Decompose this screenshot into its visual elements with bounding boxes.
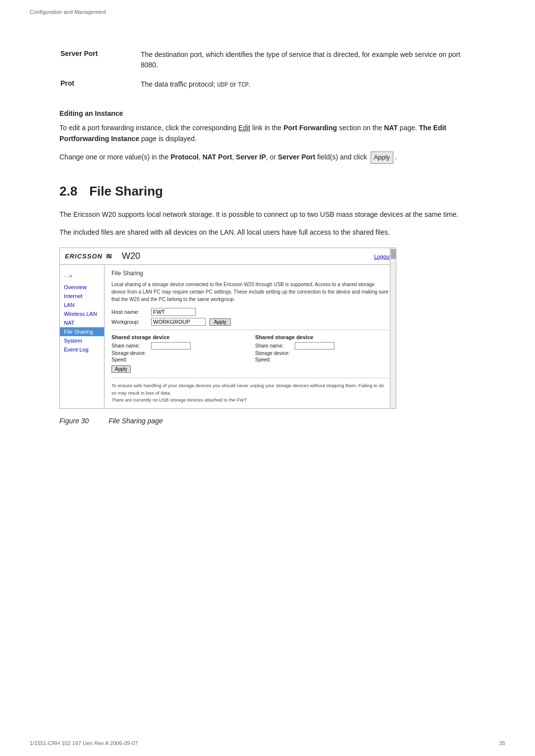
speed-label-2: Speed: xyxy=(255,357,295,362)
ui-panel-desc: Local sharing of a storage device connec… xyxy=(111,281,389,303)
sidebar-arrow: ···> xyxy=(60,270,104,283)
ui-footer-text: To ensure safe handling of your storage … xyxy=(111,378,389,403)
def-prot: The data traffic protocol; UDP or TCP. xyxy=(141,75,475,94)
breadcrumb: Configuration and Management xyxy=(0,0,535,15)
sidebar-item-event-log[interactable]: Event Log xyxy=(60,345,104,354)
editing-para1: To edit a port forwarding instance, clic… xyxy=(59,122,476,145)
ui-body: ···> Overview Internet LAN Wireless LAN … xyxy=(60,265,396,408)
speed-label-1: Speed: xyxy=(111,357,151,362)
sidebar-item-lan[interactable]: LAN xyxy=(60,301,104,309)
hostname-row: Host name: xyxy=(111,308,389,316)
share-name-label-1: Share name: xyxy=(111,343,151,349)
definition-table: Server Port The destination port, which … xyxy=(59,45,476,95)
share-name-row-1: Share name: xyxy=(111,342,245,350)
page-footer: 1/1551-CRH 102 167 Uen Rev A 2006-09-07 … xyxy=(0,740,535,746)
logout-link[interactable]: Logout xyxy=(374,253,391,259)
storage-device-row-1: Storage device: xyxy=(111,351,245,356)
workgroup-input[interactable] xyxy=(151,318,206,326)
workgroup-label: Workgroup: xyxy=(111,319,151,325)
section-number: 2.8 xyxy=(59,184,77,199)
shared-col-1: Shared storage device Share name: Storag… xyxy=(111,334,245,373)
section-para2: The included files are shared with all d… xyxy=(59,227,476,238)
definition-row-prot: Prot The data traffic protocol; UDP or T… xyxy=(60,75,475,94)
scrollbar[interactable] xyxy=(390,248,396,408)
shared-col-1-title: Shared storage device xyxy=(111,334,245,340)
footer-left: 1/1551-CRH 102 167 Uen Rev A 2006-09-07 xyxy=(30,740,138,746)
sidebar-item-nat[interactable]: NAT xyxy=(60,318,104,327)
prot-tcp: TCP xyxy=(238,82,249,89)
ui-logo: ERICSSON ≋ xyxy=(65,252,112,261)
speed-row-2: Speed: xyxy=(255,357,389,362)
editing-para2: Change one or more value(s) in the Proto… xyxy=(59,151,476,164)
sidebar: ···> Overview Internet LAN Wireless LAN … xyxy=(60,265,105,408)
shared-col-2: Shared storage device Share name: Storag… xyxy=(255,334,389,373)
section-para1: The Ericsson W20 supports local network … xyxy=(59,209,476,220)
prot-udp: UDP xyxy=(217,82,228,89)
hostname-input[interactable] xyxy=(151,308,196,316)
sidebar-item-file-sharing[interactable]: File Sharing xyxy=(60,327,104,336)
brand-symbol: ≋ xyxy=(106,252,112,261)
sidebar-item-overview[interactable]: Overview xyxy=(60,283,104,292)
share-name-row-2: Share name: xyxy=(255,342,389,350)
ui-main-panel: File Sharing Local sharing of a storage … xyxy=(105,265,396,408)
sidebar-item-system[interactable]: System xyxy=(60,336,104,345)
figure-caption: Figure 30 File Sharing page xyxy=(59,417,476,425)
device-name: W20 xyxy=(122,251,374,261)
sidebar-item-wireless-lan[interactable]: Wireless LAN xyxy=(60,309,104,318)
hostname-label: Host name: xyxy=(111,309,151,315)
definition-row-server-port: Server Port The destination port, which … xyxy=(60,46,475,74)
storage-apply-button-1[interactable]: Apply xyxy=(111,365,131,373)
def-server-port: The destination port, which identifies t… xyxy=(141,46,475,74)
section-title: File Sharing xyxy=(89,184,163,199)
speed-row-1: Speed: xyxy=(111,357,245,362)
term-server-port: Server Port xyxy=(60,46,140,74)
sidebar-item-internet[interactable]: Internet xyxy=(60,292,104,301)
storage-device-label-1: Storage device: xyxy=(111,351,151,356)
scrollbar-thumb xyxy=(391,249,396,259)
workgroup-apply-button[interactable]: Apply xyxy=(210,318,231,326)
share-name-input-1[interactable] xyxy=(151,342,191,350)
ui-mockup: ERICSSON ≋ W20 Logout ···> Overview Inte… xyxy=(59,248,396,409)
editing-heading: Editing an Instance xyxy=(59,109,476,117)
storage-device-label-2: Storage device: xyxy=(255,351,295,356)
section-title-row: 2.8 File Sharing xyxy=(59,184,476,199)
figure-description: File Sharing page xyxy=(108,417,163,425)
brand-name: ERICSSON xyxy=(65,252,103,260)
storage-device-row-2: Storage device: xyxy=(255,351,389,356)
ui-header: ERICSSON ≋ W20 Logout xyxy=(60,248,396,265)
apply-inline-button[interactable]: Apply xyxy=(371,151,394,164)
figure-number: Figure 30 xyxy=(59,417,89,425)
shared-storage-area: Shared storage device Share name: Storag… xyxy=(111,330,389,373)
share-name-input-2[interactable] xyxy=(295,342,334,350)
ui-panel-title: File Sharing xyxy=(111,270,389,277)
workgroup-row: Workgroup: Apply xyxy=(111,318,389,326)
footer-right: 35 xyxy=(499,740,505,746)
share-name-label-2: Share name: xyxy=(255,343,295,349)
shared-col-2-title: Shared storage device xyxy=(255,334,389,340)
term-prot: Prot xyxy=(60,75,140,94)
